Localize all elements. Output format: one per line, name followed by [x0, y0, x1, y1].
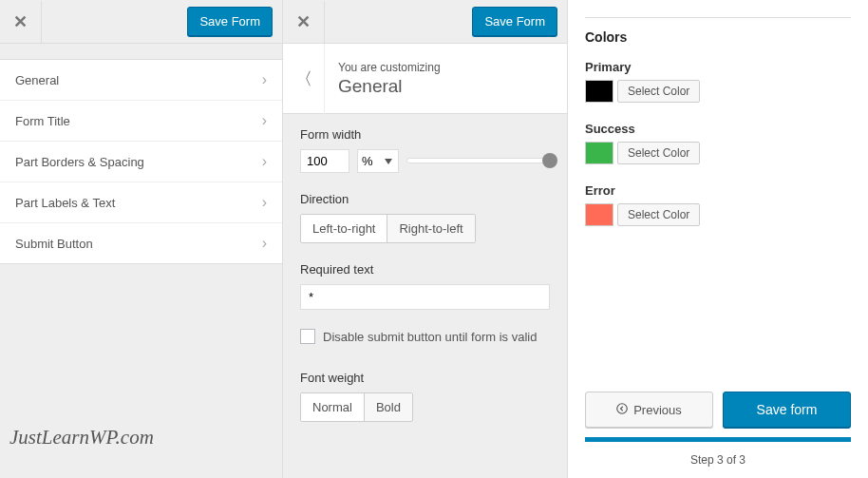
- back-button[interactable]: 〈: [283, 44, 325, 114]
- nav-footer: Previous Save form Step 3 of 3: [585, 392, 851, 467]
- previous-label: Previous: [633, 403, 682, 417]
- nav-item-part-borders[interactable]: Part Borders & Spacing ›: [0, 142, 282, 182]
- chevron-right-icon: ›: [262, 235, 267, 252]
- step-text: Step 3 of 3: [585, 453, 851, 467]
- nav-item-general[interactable]: General ›: [0, 60, 282, 101]
- panel-left: ✕ Save Form General › Form Title › Part …: [0, 0, 283, 478]
- direction-label: Direction: [300, 192, 550, 206]
- direction-toggle-group: Left-to-right Right-to-left: [300, 214, 476, 243]
- chevron-right-icon: ›: [262, 112, 267, 129]
- section-direction: Direction Left-to-right Right-to-left: [283, 179, 567, 249]
- success-select-color-button[interactable]: Select Color: [617, 142, 700, 164]
- panel-middle: ✕ Save Form 〈 You are customizing Genera…: [283, 0, 568, 478]
- nav-item-submit-button[interactable]: Submit Button ›: [0, 223, 282, 263]
- save-form-button[interactable]: Save Form: [472, 7, 557, 36]
- nav-item-label: Part Labels & Text: [15, 196, 115, 210]
- nav-item-part-labels[interactable]: Part Labels & Text ›: [0, 182, 282, 223]
- nav-item-label: General: [15, 73, 59, 87]
- form-width-input[interactable]: [300, 149, 349, 173]
- section-font-weight: Font weight Normal Bold: [283, 357, 567, 428]
- success-label: Success: [585, 122, 851, 136]
- primary-select-color-button[interactable]: Select Color: [617, 80, 700, 103]
- arrow-left-icon: [616, 403, 628, 417]
- direction-rtl-button[interactable]: Right-to-left: [387, 215, 474, 242]
- error-select-color-button[interactable]: Select Color: [617, 203, 700, 226]
- success-swatch[interactable]: [585, 142, 613, 164]
- section-form-width: Form width %: [283, 114, 567, 179]
- save-form-big-button[interactable]: Save form: [723, 392, 851, 428]
- save-form-button[interactable]: Save Form: [187, 7, 273, 36]
- primary-swatch[interactable]: [585, 80, 613, 103]
- progress-bar: [585, 437, 851, 442]
- error-swatch[interactable]: [585, 203, 613, 226]
- form-width-unit-select[interactable]: %: [357, 149, 399, 173]
- primary-color-row: Select Color: [585, 80, 851, 103]
- success-color-row: Select Color: [585, 142, 851, 164]
- direction-ltr-button[interactable]: Left-to-right: [301, 215, 387, 242]
- chevron-right-icon: ›: [262, 194, 267, 211]
- required-text-input[interactable]: [300, 284, 550, 310]
- topbar-left: ✕ Save Form: [0, 0, 282, 44]
- section-required-text: Required text: [283, 249, 567, 315]
- previous-button[interactable]: Previous: [585, 392, 713, 428]
- close-button[interactable]: ✕: [283, 1, 325, 43]
- font-weight-label: Font weight: [300, 371, 550, 385]
- close-icon: ✕: [296, 11, 311, 32]
- error-color-row: Select Color: [585, 203, 851, 226]
- disable-submit-label: Disable submit button until form is vali…: [323, 330, 537, 344]
- primary-label: Primary: [585, 60, 851, 74]
- close-icon: ✕: [13, 11, 28, 32]
- customizing-small: You are customizing: [338, 61, 441, 74]
- chevron-left-icon: 〈: [295, 67, 312, 90]
- disable-submit-row[interactable]: Disable submit button until form is vali…: [283, 315, 567, 357]
- topbar-middle: ✕ Save Form: [283, 0, 567, 44]
- customizing-header-text: You are customizing General: [325, 61, 441, 97]
- nav-item-label: Submit Button: [15, 237, 93, 251]
- font-weight-toggle-group: Normal Bold: [300, 392, 413, 422]
- nav-item-label: Part Borders & Spacing: [15, 155, 144, 169]
- required-text-label: Required text: [300, 262, 550, 277]
- watermark: JustLearnWP.com: [9, 426, 154, 449]
- error-label: Error: [585, 183, 851, 198]
- close-button[interactable]: ✕: [0, 1, 42, 43]
- disable-submit-checkbox[interactable]: [300, 329, 315, 344]
- nav-list: General › Form Title › Part Borders & Sp…: [0, 59, 282, 264]
- panel-right: Colors Primary Select Color Success Sele…: [568, 0, 868, 478]
- nav-item-form-title[interactable]: Form Title ›: [0, 101, 282, 142]
- font-weight-normal-button[interactable]: Normal: [301, 393, 365, 421]
- nav-item-label: Form Title: [15, 114, 70, 128]
- form-width-slider[interactable]: [406, 158, 550, 165]
- customizing-header: 〈 You are customizing General: [283, 44, 567, 114]
- svg-point-0: [617, 403, 628, 413]
- slider-thumb[interactable]: [542, 153, 557, 168]
- customizing-large: General: [338, 76, 441, 97]
- form-width-label: Form width: [300, 127, 550, 142]
- font-weight-bold-button[interactable]: Bold: [365, 393, 412, 421]
- colors-heading: Colors: [585, 29, 851, 45]
- chevron-right-icon: ›: [262, 153, 267, 170]
- chevron-right-icon: ›: [262, 71, 267, 88]
